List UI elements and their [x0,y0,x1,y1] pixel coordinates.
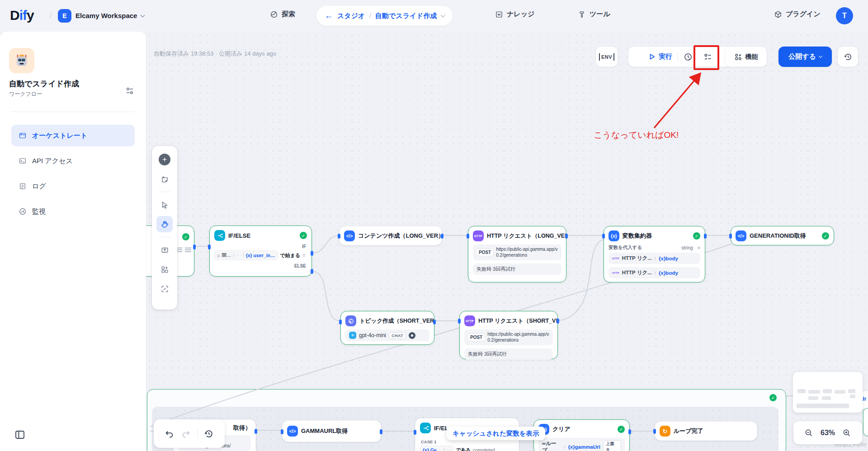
run-button[interactable]: 実行 [643,47,678,67]
connection-handle[interactable] [380,429,382,434]
success-check-icon: ✓ [693,232,700,240]
tools-icon [578,10,586,19]
connection-handle[interactable] [628,429,631,434]
node-variable-aggregator[interactable]: {x} 変数集約器 ✓ 変数を代入する string + HTTP HTTP リ… [604,226,705,282]
http-icon: HTTP [473,230,484,241]
sidebar-item-monitoring[interactable]: 監視 [11,201,135,222]
node-clear[interactable]: {x} クリア ✓ ∞ループ / {x}gammaUrl 上書き [533,419,630,451]
clock-play-icon [684,52,693,61]
hand-tool-button[interactable] [156,216,173,232]
connection-handle[interactable] [441,234,443,239]
version-history-button[interactable] [838,47,858,67]
connection-handle[interactable] [208,244,211,249]
connection-handle[interactable] [729,234,732,239]
overwrite-badge: 上書き [603,440,621,451]
node-generation-id[interactable]: </> GENERATIONID取得 ✓ [731,226,834,245]
zoom-in-icon[interactable] [842,428,851,437]
connection-handle[interactable] [467,234,469,239]
connection-handle[interactable] [653,429,656,434]
connection-handle[interactable] [557,319,559,324]
back-arrow-icon[interactable]: ← [325,11,333,21]
node-http-long[interactable]: HTTP HTTP リクエスト（LONG_VER） ✓ POST https:/… [468,226,566,282]
chevron-down-icon[interactable] [440,13,445,18]
canvas-minimap[interactable] [793,372,863,413]
organize-blocks-button[interactable] [156,242,173,258]
node-green-partial[interactable] [863,408,868,436]
connection-handle[interactable] [311,251,313,256]
workspace-badge[interactable]: E [58,9,71,23]
pointer-tool-button[interactable] [156,197,173,213]
sidebar-item-orchestrate[interactable]: オーケストレート [11,125,135,146]
features-button[interactable]: 機能 [725,47,767,67]
retry-label: 失敗時 3回再試行 [476,266,515,272]
collapse-panel-icon[interactable] [15,430,25,440]
nav-knowledge[interactable]: ナレッジ [495,10,534,19]
breadcrumb-app-name[interactable]: 自動でスライド作成 [375,12,437,20]
autosave-status: 自動保存済み 19:38:53 · 公開済み 14 days ago [154,50,276,58]
frame-icon [160,285,169,293]
connection-handle[interactable] [193,244,196,249]
undo-icon[interactable] [165,429,175,439]
connection-handle[interactable] [602,234,605,239]
node-content-long[interactable]: </> コンテンツ作成（LONG_VER） [339,226,442,245]
node-gammaurl[interactable]: </> GAMMAURL取得 [282,420,381,442]
zoom-level[interactable]: 63% [821,429,835,437]
publish-button[interactable]: 公開する [778,47,832,67]
node-title: コンテンツ作成（LONG_VER） [358,232,442,240]
nav-plugins-label: プラグイン [786,10,821,19]
node-title: GAMMAURL取得 [301,427,348,435]
workflow-canvas[interactable]: 自動保存済み 19:38:53 · 公開済み 14 days ago ENV 実… [146,32,868,451]
env-label: ENV [599,53,614,61]
cached-variables-tooltip: キャッシュされた変数を表示 [447,427,545,440]
node-loop-end[interactable]: ↻ ループ完了 [655,421,757,441]
nav-studio[interactable]: スタジオ [337,12,365,20]
condition-pill[interactable]: ⌂ 開… / ⋯ / {x} user_in… [214,251,278,260]
dify-logo[interactable]: Dify [10,8,34,23]
workspace-name[interactable]: Elcamy Workspace [75,12,144,19]
connection-handle[interactable] [281,429,283,434]
nav-plugins[interactable]: プラグイン [774,10,821,19]
app-sidebar: 自動でスライド作成 ワークフロー オーケストレート API アクセス ログ 監視 [0,32,146,451]
vision-toggle-icon[interactable] [409,332,415,339]
sidebar-item-logs[interactable]: ログ [11,175,135,197]
nav-explore-label: 探索 [282,10,295,19]
zoom-out-icon[interactable] [804,428,813,437]
sidebar-item-api-access[interactable]: API アクセス [11,150,135,172]
user-avatar[interactable]: T [836,7,853,24]
retry-row: 失敗時 3回再試行 [473,263,561,275]
node-title: トピック作成（SHORT_VER） [359,317,434,325]
fit-view-button[interactable] [156,281,173,297]
connection-handle[interactable] [414,430,416,435]
loop-ref: ∞ループ [542,440,561,451]
nav-tools[interactable]: ツール [578,10,610,19]
nav-explore[interactable]: 探索 [270,10,295,19]
add-note-button[interactable] [156,171,173,187]
connection-handle[interactable] [704,234,707,239]
model-name: gpt-4o-mini [359,332,386,338]
canvas-tools-palette: + [152,146,177,310]
node-topic-short[interactable]: トピック作成（SHORT_VER） ✓ ✳ gpt-4o-mini CHAT [340,311,434,345]
connection-handle[interactable] [458,319,461,324]
connection-handle[interactable] [311,269,313,274]
app-robot-icon[interactable] [9,48,34,73]
node-http-short[interactable]: HTTP HTTP リクエスト（SHORT_VER） ✓ POST https:… [459,311,558,359]
connection-handle[interactable] [339,319,342,324]
add-node-button[interactable]: + [156,151,173,168]
app-settings-icon[interactable] [126,87,134,95]
redo-icon[interactable] [181,429,191,439]
node-if-else[interactable]: IF/ELSE ✓ IF ⌂ 開… / ⋯ / {x} user_in… で始ま… [209,226,312,277]
connection-handle[interactable] [565,234,568,239]
logo-if: if [19,8,27,23]
add-variable-button[interactable]: + [698,245,700,250]
connection-handle[interactable] [433,319,436,324]
gauge-icon [19,207,27,216]
condition-pill[interactable]: {x} Ge… / ⋯ [420,446,454,451]
node-title: 取得） [233,424,251,432]
toolbar-divider [197,429,198,438]
env-button[interactable]: ENV [596,47,618,67]
http-url-row: POST https://public-api.gamma.app/v0.2/g… [473,244,561,260]
connection-handle[interactable] [338,234,340,239]
add-block-button[interactable] [156,261,173,277]
connection-handle[interactable] [255,429,257,434]
history-icon[interactable] [204,429,214,439]
